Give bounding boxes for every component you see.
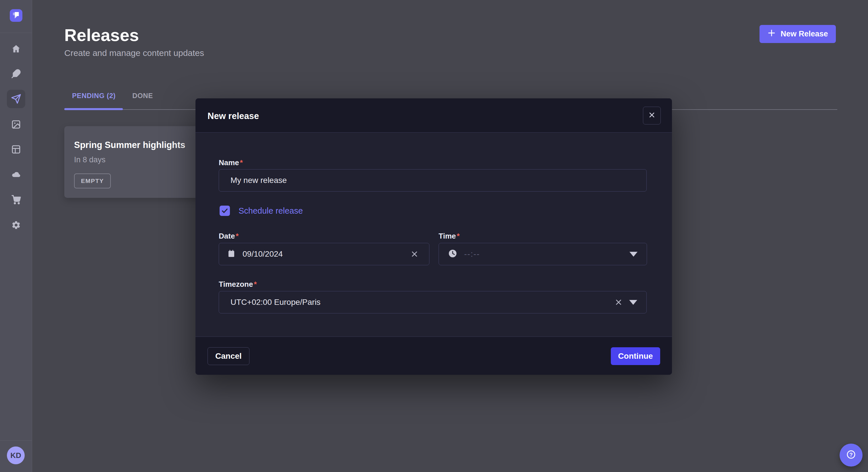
paper-plane-icon (11, 94, 21, 104)
cart-icon (11, 195, 21, 204)
new-release-button[interactable]: New Release (760, 25, 836, 43)
tab-pending[interactable]: PENDING (2) (72, 92, 116, 100)
sidebar-item-content-builder[interactable] (7, 65, 25, 83)
sidebar-item-content-manager[interactable] (7, 140, 25, 159)
checkbox-checked-icon[interactable] (220, 206, 230, 216)
sidebar-item-releases[interactable] (7, 90, 25, 108)
timezone-label-text: Timezone (219, 280, 253, 289)
svg-text:?: ? (849, 452, 853, 458)
date-input[interactable]: 09/10/2024 (219, 243, 429, 265)
chevron-down-icon[interactable] (629, 252, 638, 257)
user-avatar[interactable]: KD (7, 446, 25, 464)
continue-button[interactable]: Continue (611, 347, 660, 365)
modal-header: New release (195, 98, 672, 133)
schedule-release-checkbox-row[interactable]: Schedule release (220, 206, 303, 216)
layout-icon (11, 144, 21, 154)
clock-icon (448, 249, 457, 259)
app-logo[interactable] (10, 9, 22, 22)
app-root: KD Releases Create and manage content up… (0, 0, 868, 472)
sidebar-item-media-library[interactable] (7, 115, 25, 134)
schedule-release-label: Schedule release (239, 206, 303, 216)
required-mark: * (240, 158, 243, 167)
timezone-select[interactable]: UTC+02:00 Europe/Paris (219, 291, 647, 313)
new-release-button-label: New Release (780, 30, 828, 38)
sidebar-divider-bottom (0, 440, 32, 441)
cloud-icon (11, 169, 21, 179)
required-mark: * (236, 232, 239, 240)
tab-done[interactable]: DONE (132, 92, 153, 100)
release-card-due: In 8 days (74, 156, 105, 164)
modal-title: New release (208, 111, 259, 121)
name-label: Name* (219, 158, 243, 167)
close-button[interactable] (643, 107, 661, 125)
name-input-value: My new release (230, 176, 287, 185)
time-label-text: Time (439, 232, 456, 240)
close-icon (648, 111, 656, 120)
timezone-label: Timezone* (219, 280, 257, 289)
page-subtitle: Create and manage content updates (64, 48, 204, 58)
time-input-placeholder: --:-- (464, 249, 480, 259)
images-icon (11, 120, 21, 129)
sidebar-item-deploy[interactable] (7, 165, 25, 183)
avatar-initials: KD (10, 451, 21, 460)
strapi-logo-icon (10, 9, 22, 22)
name-input[interactable]: My new release (219, 169, 647, 192)
chevron-down-icon[interactable] (629, 300, 637, 305)
sidebar-item-marketplace[interactable] (7, 191, 25, 209)
cancel-button[interactable]: Cancel (208, 347, 249, 365)
required-mark: * (457, 232, 460, 240)
home-icon (11, 44, 21, 54)
time-label: Time* (439, 232, 460, 241)
sidebar-item-home[interactable] (7, 40, 25, 58)
modal-footer: Cancel Continue (195, 336, 672, 375)
feather-icon (11, 69, 21, 78)
date-label-text: Date (219, 232, 235, 240)
calendar-icon (227, 249, 236, 259)
new-release-modal: New release Name* My new release Schedul… (195, 98, 672, 375)
timezone-value: UTC+02:00 Europe/Paris (230, 298, 321, 307)
name-label-text: Name (219, 158, 239, 167)
active-tab-underline (64, 108, 123, 110)
clear-date-icon[interactable] (410, 250, 419, 258)
time-input[interactable]: --:-- (439, 243, 647, 265)
gear-icon (11, 220, 21, 230)
date-input-value: 09/10/2024 (243, 249, 283, 259)
plus-icon (767, 29, 776, 39)
sidebar-divider-top (0, 33, 32, 33)
sidebar: KD (0, 0, 32, 472)
release-card-title: Spring Summer highlights (74, 140, 185, 150)
help-icon: ? (844, 448, 858, 462)
required-mark: * (254, 280, 257, 289)
help-button[interactable]: ? (840, 444, 863, 467)
clear-timezone-icon[interactable] (614, 298, 623, 307)
page-title: Releases (64, 25, 139, 45)
sidebar-item-settings[interactable] (7, 216, 25, 234)
release-card-status-badge: EMPTY (74, 173, 111, 189)
date-label: Date* (219, 232, 239, 241)
